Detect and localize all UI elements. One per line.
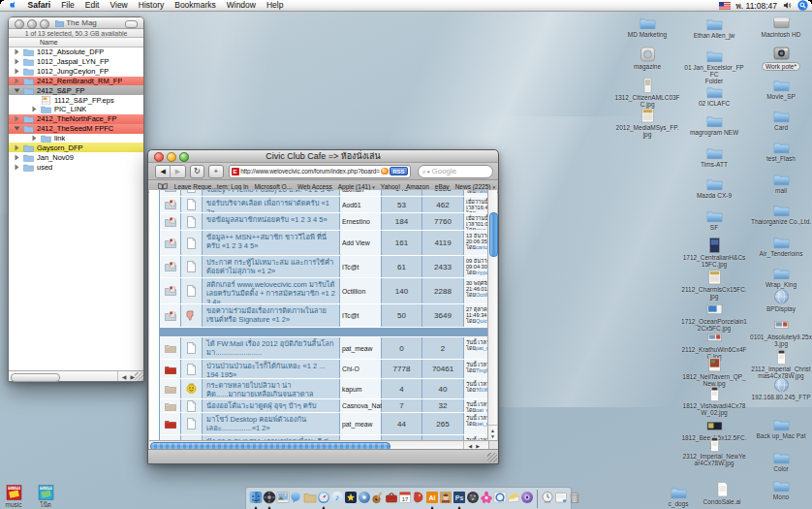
finder-row-gaysorn-dfp[interactable]: Gaysorn_DFP: [9, 143, 143, 152]
desktop-icon-192-168-80-245-ftp[interactable]: 192.168.80.245_FTP: [748, 375, 812, 400]
close-button[interactable]: [154, 152, 164, 162]
scrollbar-arrows[interactable]: ◀ ▶: [117, 371, 135, 381]
scroll-right-arrow-icon[interactable]: ▶: [476, 443, 480, 449]
toolbar-pill-button[interactable]: [125, 20, 138, 28]
dock-adobe-illustrator-icon[interactable]: Ai: [425, 490, 439, 509]
reload-button[interactable]: ↻: [190, 165, 204, 178]
forward-button[interactable]: ▶: [170, 166, 184, 177]
input-language-flag-icon[interactable]: [719, 2, 731, 10]
vertical-scrollbar[interactable]: ▲▼: [487, 190, 497, 441]
finder-row-1112-s-p-fp-eps[interactable]: 1112_S&P_FP.eps: [9, 95, 143, 105]
desktop-icon-bpdisplay[interactable]: BPDisplay: [748, 287, 812, 312]
desktop-icon-02-iclafc[interactable]: 02 ICLAFC: [681, 81, 747, 107]
topic-starter[interactable]: pat_meaw: [340, 413, 382, 434]
desktop-icon-2312-imperial-newye[interactable]: 2312_Imperial_NewYe ar4Cx78W.jpg: [681, 434, 747, 466]
topic-subject-link[interactable]: ขอข้อมูลสมาชิกหน่อยครับ «1 2 3 4 5»: [203, 213, 340, 230]
menu-item-view[interactable]: View: [105, 0, 133, 11]
desktop-icon-thaiorganize-co-ltd-[interactable]: Thaiorganize Co.,Ltd.: [748, 200, 812, 225]
topic-subject-link[interactable]: ป่วนป่วนป่วนอะไรก็ได้กันเหอะ «1 2 ... 19…: [203, 360, 340, 378]
topic-subject-link[interactable]: Valley - Premo Posto) 20 ธ.ค. «1 2 3 4»: [203, 190, 340, 196]
dock-purple-disc-app-icon[interactable]: [520, 490, 534, 509]
dock-toolbox-utility-icon[interactable]: [385, 490, 398, 509]
resize-grip[interactable]: [135, 372, 143, 381]
disclosure-triangle-icon[interactable]: [12, 58, 21, 65]
dock-ical-icon[interactable]: 17: [398, 490, 412, 509]
finder-row-jan-nov09[interactable]: Jan_Nov09: [9, 152, 143, 162]
finder-row-2412-theseedm-fpfc[interactable]: 2412_TheSeedM FPFC: [9, 124, 143, 134]
url-text[interactable]: http://www.welovecivic.com/forum/index.p…: [240, 168, 380, 175]
finder-titlebar[interactable]: The Mag: [9, 17, 143, 29]
disclosure-triangle-icon[interactable]: [12, 48, 21, 55]
desktop-icon-test-flash[interactable]: test_Flash: [748, 137, 812, 162]
desktop-icon-ethan-allen-jw[interactable]: Ethan Allen_jw: [681, 14, 747, 39]
menu-bar-clock[interactable]: พ. 11:08:47: [735, 0, 777, 13]
dock-documents-stack-icon[interactable]: [554, 490, 568, 509]
topic-starter[interactable]: Octillion: [340, 278, 382, 303]
dock-itunes-icon[interactable]: ♪: [330, 490, 344, 509]
desktop-icon-1812-neiltavern-qp-[interactable]: 1812_NeilTavern_QP_ New.jpg: [681, 355, 747, 387]
resize-grip[interactable]: [487, 453, 497, 462]
google-search-field[interactable]: ⌕ ▾ Google: [418, 165, 493, 178]
topic-starter[interactable]: Aod61: [340, 197, 382, 212]
menu-item-file[interactable]: File: [56, 0, 80, 11]
desktop-icon-โน๊ต[interactable]: PICTUREโน๊ต: [13, 483, 78, 508]
dock-flower-app-icon[interactable]: [480, 490, 493, 509]
bookmark-item[interactable]: Microsoft O...: [251, 183, 295, 190]
volume-icon[interactable]: [783, 1, 792, 10]
dock-idvd-icon[interactable]: [358, 490, 371, 509]
disclosure-triangle-icon[interactable]: [29, 135, 39, 142]
dock-preview-icon[interactable]: [276, 490, 290, 509]
dock-toast-burner-icon[interactable]: [466, 490, 480, 509]
topic-starter[interactable]: Add View: [340, 231, 382, 255]
desktop-icon-2012-mediamsys-fp-[interactable]: 2012_MediaMSys_FP. jpg: [614, 106, 680, 138]
finder-column-header[interactable]: Name: [9, 38, 143, 48]
desktop-icon-1812-vishavadi4cx78[interactable]: 1812_Vishavadi4Cx78 W_02.jpg: [681, 384, 747, 416]
topic-subject-link[interactable]: น้องออโต้แวะมาดูดฝุ่ อุจๆ บ้าๆ ครับบบ...…: [203, 399, 340, 412]
topic-subject-link[interactable]: ได้ FW:Mail เรื่อง 2012 อุบัติภัยวันสิ้น…: [203, 337, 340, 359]
scroll-up-arrow-icon[interactable]: ▲: [490, 429, 495, 433]
rss-badge[interactable]: RSS: [390, 167, 408, 175]
topic-subject-link[interactable]: ข้อมูล++ MSN++สมาชิก ชาววีไอพี ที่นี่ครั…: [203, 231, 340, 255]
disclosure-triangle-icon[interactable]: [29, 106, 39, 112]
dock-finder-icon[interactable]: [249, 490, 263, 509]
search-options-caret-icon[interactable]: ▾: [427, 169, 430, 175]
desktop-icon-magrogram-new[interactable]: magrogram NEW: [681, 111, 747, 136]
scroll-down-arrow-icon[interactable]: ▼: [490, 434, 495, 439]
address-bar[interactable]: E http://www.welovecivic.com/forum/index…: [229, 165, 411, 178]
bookmark-item[interactable]: Yahoo!: [378, 183, 403, 190]
desktop-icon-0101-absolutely9-25x[interactable]: 0101_Absolutely9.25x 3.jpg: [748, 315, 812, 347]
scroll-left-arrow-icon[interactable]: ◀: [468, 443, 472, 449]
topic-subject-link[interactable]: ขอความร่วมมือเรื่องการติดภาพในลายเซนต์หร…: [203, 304, 340, 327]
topic-subject-link[interactable]: ประกาศ กระทู้ไม่เหมาะสม และการใช้คำด้อยค…: [203, 256, 340, 277]
desktop-icon-magazine[interactable]: magazine: [614, 45, 680, 70]
disclosure-triangle-icon[interactable]: [12, 144, 21, 151]
menu-item-help[interactable]: Help: [261, 0, 288, 11]
back-button[interactable]: ◀: [156, 166, 170, 177]
disclosure-triangle-icon[interactable]: [12, 154, 21, 161]
menu-item-history[interactable]: History: [133, 0, 169, 11]
bookmark-item[interactable]: eBay: [432, 183, 453, 190]
scrollbar-thumb[interactable]: [11, 373, 60, 382]
desktop-icon-tims-att[interactable]: Tims-ATT: [681, 143, 747, 168]
menu-item-bookmarks[interactable]: Bookmarks: [170, 0, 222, 11]
dock-safari-icon[interactable]: [317, 490, 330, 509]
bookmark-item[interactable]: Apple (141)▾: [335, 183, 378, 190]
topic-starter[interactable]: Casnova_Natt: [340, 399, 382, 412]
desktop-icon-color[interactable]: Color: [748, 447, 812, 472]
desktop-icon-01-jan-excelsior-fp-fc[interactable]: 01 Jan_Excelsior_FP FC Folder: [681, 46, 747, 84]
bookmarks-book-icon[interactable]: [158, 182, 168, 190]
desktop-icon-mail[interactable]: mail: [748, 169, 812, 194]
topic-subject-link[interactable]: สติกเกอร์ www.welovecivic.com มารับได้เล…: [203, 278, 340, 303]
dock-trash-icon[interactable]: [568, 490, 581, 509]
menu-item-window[interactable]: Window: [221, 0, 261, 11]
dock-red-app-icon[interactable]: [412, 490, 425, 509]
bookmark-item[interactable]: Web Access: [295, 183, 335, 190]
desktop-icon-md-marketing[interactable]: MD Marketing: [614, 13, 680, 38]
menu-item-edit[interactable]: Edit: [79, 0, 105, 11]
desktop-icon-work-pote-[interactable]: Work pote*: [748, 44, 812, 71]
topic-subject-link[interactable]: ขอรับบริจาคเลือด เพื่อการผ่าตัดครับ «1 2…: [203, 197, 340, 212]
desktop-icon-wrap-king[interactable]: Wrap_King: [748, 263, 812, 288]
dock-painter-icon[interactable]: [439, 490, 453, 509]
minimize-button[interactable]: [167, 152, 176, 162]
finder-row-2412-s-p-fp[interactable]: 2412_S&P_FP: [9, 85, 143, 95]
